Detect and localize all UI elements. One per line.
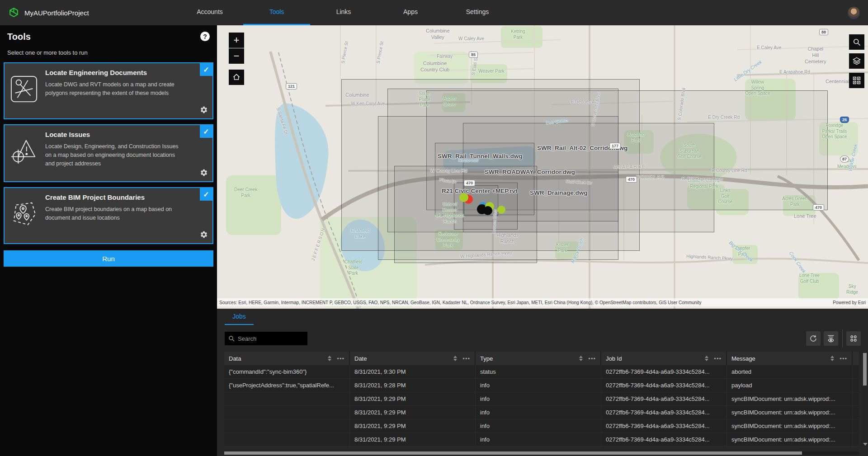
map-place-label: E County Line Rd [712, 168, 747, 174]
table-row[interactable]: 8/31/2021, 9:29 PMinfo0272ffb6-7369-4d4a… [224, 406, 859, 419]
sort-arrows-icon[interactable] [705, 356, 708, 361]
forge-logo-icon [8, 7, 20, 19]
map-place-label: DOUGLAS [637, 174, 665, 180]
table-cell: {"commandId":"sync-bim360"} [224, 365, 350, 378]
highway-shield: 25 [840, 117, 849, 123]
document-extent-label: R21 Civic Center +MEP.rvt [442, 188, 517, 194]
scroll-down-arrow[interactable] [863, 443, 868, 446]
column-header-message[interactable]: Message ••• [727, 352, 853, 365]
table-cell: payload [727, 379, 853, 392]
table-row[interactable]: 8/31/2021, 9:29 PMinfo0272ffb6-7369-4d4a… [224, 392, 859, 406]
column-menu-icon[interactable]: ••• [337, 355, 344, 362]
table-cell: 0272ffb6-7369-4d4a-a6a9-3334c5284... [601, 365, 727, 378]
search-icon [228, 335, 235, 342]
user-avatar[interactable] [848, 7, 860, 19]
table-row[interactable]: {"commandId":"sync-bim360"}8/31/2021, 9:… [224, 365, 859, 379]
map-place-label: E Caley Ave [757, 45, 781, 51]
issue-marker[interactable] [483, 206, 492, 215]
refresh-icon [809, 334, 817, 343]
zoom-in-button[interactable]: + [229, 33, 244, 48]
horizontal-scrollbar[interactable] [224, 451, 859, 455]
top-bar: MyAUPortfolioProject AccountsToolsLinksA… [0, 0, 868, 25]
tool-checkbox[interactable]: ✓ [200, 125, 212, 138]
tool-card[interactable]: Locate Issues Locate Design, Engineering… [4, 124, 213, 182]
jobs-panel: Jobs Data ••• Date ••• Type ••• Job Id •… [217, 309, 868, 456]
tab-jobs[interactable]: Jobs [225, 313, 254, 325]
jobs-table-header: Data ••• Date ••• Type ••• Job Id ••• Me… [224, 352, 859, 365]
sort-arrows-icon[interactable] [579, 356, 583, 361]
apps-grid-button[interactable] [846, 331, 861, 346]
table-cell: status [476, 365, 601, 378]
run-button[interactable]: Run [4, 250, 213, 267]
refresh-button[interactable] [806, 331, 821, 346]
table-row[interactable]: 8/31/2021, 9:29 PMinfo0272ffb6-7369-4d4a… [224, 433, 859, 447]
highway-shield: 85 [469, 52, 478, 58]
table-cell: 8/31/2021, 9:29 PM [350, 406, 476, 419]
jobs-search[interactable] [225, 332, 307, 345]
scrollbar-thumb[interactable] [224, 451, 802, 455]
column-menu-icon[interactable]: ••• [714, 355, 722, 362]
column-header-type[interactable]: Type ••• [476, 352, 601, 365]
map-place-label: Centennial [826, 79, 849, 85]
map-attribution: Sources: Esri, HERE, Garmin, Intermap, I… [217, 298, 868, 306]
table-cell: 0272ffb6-7369-4d4a-a6a9-3334c5284... [601, 406, 727, 419]
map-place-label: Fairway [437, 54, 453, 60]
table-row[interactable]: 8/31/2021, 9:29 PMinfo0272ffb6-7369-4d4a… [224, 419, 859, 433]
map-place-label: E Dry Creek Rd [708, 115, 740, 121]
panel-subtitle: Select one or more tools to run [0, 44, 217, 58]
map-place-label: Lone Tree Golf Club [799, 273, 820, 284]
nav-item-apps[interactable]: Apps [377, 0, 444, 25]
document-extent-label: SWR_Rail_Tunnel_Walls.dwg [438, 153, 523, 160]
map-place-label: Aspen Grove [443, 96, 456, 107]
sort-arrows-icon[interactable] [328, 356, 331, 361]
table-cell: syncBIMDocument: urn:adsk.wipprod:... [727, 392, 853, 405]
tool-checkbox[interactable]: ✓ [200, 63, 212, 76]
table-row[interactable]: {"useProjectAddress":true,"spatialRefe..… [224, 379, 859, 392]
issue-marker[interactable] [459, 193, 468, 202]
column-menu-icon[interactable]: ••• [588, 355, 596, 362]
vertical-scrollbar[interactable] [862, 352, 868, 447]
map-place-label: Columbine Country Club [420, 61, 449, 73]
table-cell: 0272ffb6-7369-4d4a-a6a9-3334c5284... [601, 419, 727, 432]
issue-marker[interactable] [497, 206, 505, 214]
column-menu-icon[interactable]: ••• [462, 355, 470, 362]
map-view[interactable]: SWR_Rail_Tunnel_Walls.dwgSWR_Rail_Alt-02… [217, 25, 868, 309]
top-nav: AccountsToolsLinksAppsSettings [176, 0, 511, 25]
map-place-label: Arapaho Park [627, 132, 645, 143]
tool-card[interactable]: Create BIM Project Boundaries Create BIM… [4, 187, 213, 244]
column-header-data[interactable]: Data ••• [224, 352, 350, 365]
tool-checkbox[interactable]: ✓ [200, 188, 212, 201]
help-icon[interactable]: ? [200, 32, 210, 41]
nav-item-accounts[interactable]: Accounts [176, 0, 243, 25]
table-cell: 8/31/2021, 9:29 PM [350, 419, 476, 432]
scrollbar-thumb[interactable] [863, 353, 867, 385]
column-header-job-id[interactable]: Job Id ••• [601, 352, 727, 365]
issues-icon [10, 131, 39, 168]
table-cell: info [476, 392, 601, 405]
column-label: Type [480, 355, 493, 362]
sort-arrows-icon[interactable] [830, 356, 834, 361]
gear-icon[interactable] [200, 106, 208, 116]
gear-icon[interactable] [200, 169, 208, 179]
powered-by-esri: Powered by Esri [833, 300, 866, 305]
nav-item-settings[interactable]: Settings [444, 0, 511, 25]
column-visibility-button[interactable] [824, 331, 838, 346]
column-header-date[interactable]: Date ••• [350, 352, 476, 365]
tool-card[interactable]: Locate Engineering Documents Locate DWG … [4, 62, 213, 119]
zoom-out-button[interactable]: − [229, 48, 244, 64]
nav-item-tools[interactable]: Tools [243, 0, 310, 25]
basemap-gallery-button[interactable] [849, 73, 864, 88]
home-button[interactable] [229, 70, 244, 85]
layers-button[interactable] [849, 53, 864, 69]
map-place-label: Weaver Park [478, 69, 505, 75]
map-search-button[interactable] [849, 34, 864, 50]
map-place-label: Kistler Park [556, 242, 569, 254]
gear-icon[interactable] [200, 230, 208, 240]
zoom-out-label: − [234, 51, 240, 61]
sort-arrows-icon[interactable] [453, 356, 457, 361]
column-menu-icon[interactable]: ••• [840, 355, 847, 362]
jobs-search-input[interactable] [238, 335, 304, 342]
table-cell: info [476, 419, 601, 432]
nav-item-links[interactable]: Links [310, 0, 377, 25]
highway-shield: 470 [813, 204, 824, 211]
